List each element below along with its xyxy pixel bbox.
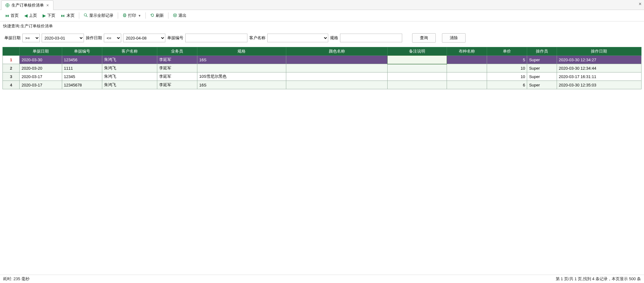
cell-spec[interactable]: 10S雪尼尔黑色: [197, 72, 286, 81]
cell-date[interactable]: 2020-03-17: [20, 72, 62, 81]
svg-line-2: [86, 16, 88, 17]
rownum-cell[interactable]: 1: [3, 56, 20, 64]
exit-icon: [173, 13, 177, 18]
cell-cust[interactable]: 朱鸿飞: [102, 64, 157, 72]
first-icon: ⏮: [5, 13, 9, 18]
status-left: 耗时: 235 毫秒: [3, 276, 30, 282]
toolbar: ⏮ 首页 ◀ 上页 ▶ 下页 ⏭ 末页 显示全部记录 打印 ▼ 刷新: [0, 10, 644, 21]
doc-date-value-select[interactable]: 2020-03-01: [42, 34, 84, 42]
rownum-cell[interactable]: 3: [3, 72, 20, 81]
cell-op[interactable]: Super: [527, 64, 557, 72]
query-button[interactable]: 查询: [412, 33, 436, 43]
table-row[interactable]: 42020-03-1712345678朱鸿飞李延军16S6Super2020-0…: [3, 81, 642, 89]
cell-sales[interactable]: 李延军: [157, 81, 197, 89]
show-all-button[interactable]: 显示全部记录: [81, 12, 116, 19]
col-header[interactable]: 备注说明: [388, 47, 447, 56]
next-page-button[interactable]: ▶ 下页: [40, 12, 58, 19]
cell-no[interactable]: 123456: [62, 56, 102, 64]
cell-spec[interactable]: [197, 64, 286, 72]
cell-date[interactable]: 2020-03-20: [20, 64, 62, 72]
doc-no-label: 单据编号: [167, 35, 183, 41]
toolbar-separator: [145, 12, 146, 19]
table-row[interactable]: 32020-03-1712345朱鸿飞李延军10S雪尼尔黑色10Super202…: [3, 72, 642, 81]
prev-page-button[interactable]: ◀ 上页: [22, 12, 39, 19]
cell-remark[interactable]: [388, 72, 447, 81]
doc-no-input[interactable]: [185, 34, 247, 42]
cell-op[interactable]: Super: [527, 72, 557, 81]
print-button[interactable]: 打印 ▼: [120, 12, 144, 19]
cell-optime[interactable]: 2020-03-30 12:34:27: [557, 56, 641, 64]
table-row[interactable]: 12020-03-30123456朱鸿飞李延军16S5Super2020-03-…: [3, 56, 642, 64]
cell-price[interactable]: 10: [487, 64, 527, 72]
clear-button[interactable]: 清除: [442, 33, 466, 43]
cell-sales[interactable]: 李延军: [157, 64, 197, 72]
col-header[interactable]: 单据日期: [20, 47, 62, 56]
window-close-icon[interactable]: ×: [639, 1, 642, 7]
cell-cust[interactable]: 朱鸿飞: [102, 81, 157, 89]
rownum-cell[interactable]: 2: [3, 64, 20, 72]
cell-optime[interactable]: 2020-03-17 16:31:11: [557, 72, 641, 81]
cell-remark[interactable]: [388, 56, 447, 64]
exit-button[interactable]: 退出: [170, 12, 189, 19]
cell-cust[interactable]: 朱鸿飞: [102, 56, 157, 64]
cell-op[interactable]: Super: [527, 56, 557, 64]
last-page-button[interactable]: ⏭ 末页: [58, 12, 77, 19]
col-header[interactable]: 业务员: [157, 47, 197, 56]
cell-color[interactable]: [286, 64, 388, 72]
cell-date[interactable]: 2020-03-17: [20, 81, 62, 89]
col-header[interactable]: 颜色名称: [286, 47, 388, 56]
spec-input[interactable]: [340, 34, 402, 42]
table-body: 12020-03-30123456朱鸿飞李延军16S5Super2020-03-…: [3, 56, 642, 89]
rownum-cell[interactable]: 4: [3, 81, 20, 89]
customer-label: 客户名称: [249, 35, 265, 41]
col-header[interactable]: 操作日期: [557, 47, 641, 56]
cell-no[interactable]: 12345678: [62, 81, 102, 89]
col-header[interactable]: 操作员: [527, 47, 557, 56]
cell-price[interactable]: 6: [487, 81, 527, 89]
table-row[interactable]: 22020-03-201111朱鸿飞李延军10Super2020-03-30 1…: [3, 64, 642, 72]
cell-cloth[interactable]: [447, 64, 487, 72]
cell-spec[interactable]: 16S: [197, 56, 286, 64]
cell-cloth[interactable]: [447, 81, 487, 89]
op-date-op-select[interactable]: <=: [104, 34, 121, 42]
doc-date-op-select[interactable]: >=: [22, 34, 40, 42]
col-header[interactable]: 单价: [487, 47, 527, 56]
globe-icon: [5, 3, 10, 7]
tab-active[interactable]: 生产订单核价清单 ×: [1, 0, 53, 10]
cell-sales[interactable]: 李延军: [157, 56, 197, 64]
cell-optime[interactable]: 2020-03-30 12:34:44: [557, 64, 641, 72]
svg-point-1: [84, 14, 87, 16]
cell-date[interactable]: 2020-03-30: [20, 56, 62, 64]
refresh-button[interactable]: 刷新: [148, 12, 166, 19]
col-header[interactable]: 单据编号: [62, 47, 102, 56]
tab-bar: 生产订单核价清单 × ×: [0, 0, 644, 10]
col-header[interactable]: 客户名称: [102, 47, 157, 56]
cell-color[interactable]: [286, 81, 388, 89]
cell-color[interactable]: [286, 72, 388, 81]
cell-optime[interactable]: 2020-03-30 12:35:03: [557, 81, 641, 89]
cell-no[interactable]: 1111: [62, 64, 102, 72]
status-right: 第 1 页/共 1 页,找到 4 条记录，本页显示 500 条: [556, 276, 641, 282]
cell-cloth[interactable]: [447, 72, 487, 81]
col-header[interactable]: 布种名称: [447, 47, 487, 56]
toolbar-separator: [168, 12, 168, 19]
cell-remark[interactable]: [388, 81, 447, 89]
op-date-value-select[interactable]: 2020-04-08: [123, 34, 165, 42]
cell-color[interactable]: [286, 56, 388, 64]
status-bar: 耗时: 235 毫秒 第 1 页/共 1 页,找到 4 条记录，本页显示 500…: [0, 275, 644, 283]
cell-price[interactable]: 10: [487, 72, 527, 81]
col-header[interactable]: 规格: [197, 47, 286, 56]
cell-cust[interactable]: 朱鸿飞: [102, 72, 157, 81]
cell-sales[interactable]: 李延军: [157, 72, 197, 81]
customer-select[interactable]: [267, 34, 328, 42]
cell-op[interactable]: Super: [527, 81, 557, 89]
first-label: 首页: [11, 13, 19, 18]
first-page-button[interactable]: ⏮ 首页: [2, 12, 21, 19]
cell-cloth[interactable]: [447, 56, 487, 64]
cell-spec[interactable]: 16S: [197, 81, 286, 89]
cell-price[interactable]: 5: [487, 56, 527, 64]
cell-remark[interactable]: [388, 64, 447, 72]
cell-no[interactable]: 12345: [62, 72, 102, 81]
close-icon[interactable]: ×: [46, 3, 49, 8]
refresh-icon: [150, 13, 154, 18]
